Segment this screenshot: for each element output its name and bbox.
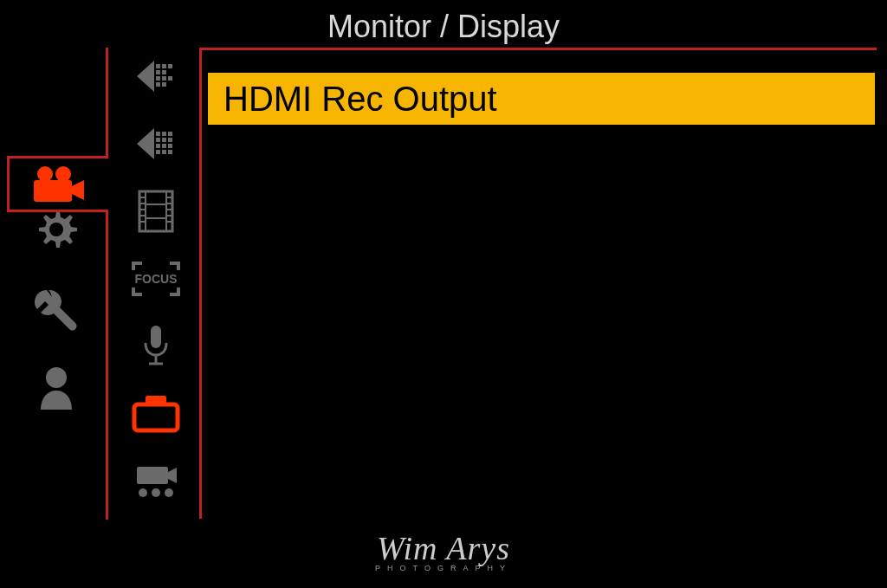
back-arrow-dots-icon: [133, 57, 178, 95]
svg-rect-9: [162, 70, 166, 74]
sub-sidebar: FOCUS: [121, 52, 191, 505]
back-arrow-solid-icon: [133, 125, 178, 163]
sub-item-back-solid[interactable]: [130, 120, 182, 167]
frame-connector: [106, 210, 108, 520]
sub-item-camera-monitor[interactable]: [130, 390, 182, 437]
svg-rect-15: [156, 132, 160, 136]
video-camera-icon: [30, 165, 87, 204]
camera-dots-icon: [132, 463, 180, 500]
svg-rect-26: [168, 150, 172, 154]
sidebar-tab-video[interactable]: [7, 156, 108, 212]
svg-rect-14: [162, 82, 166, 87]
menu-item-label: HDMI Rec Output: [223, 80, 497, 119]
svg-point-0: [37, 166, 53, 182]
svg-rect-12: [168, 76, 172, 81]
svg-rect-23: [168, 144, 172, 148]
svg-rect-22: [162, 144, 166, 148]
wrench-icon: [31, 285, 81, 335]
sub-item-film[interactable]: [130, 187, 182, 235]
svg-rect-2: [34, 180, 72, 202]
svg-rect-16: [162, 132, 166, 136]
svg-point-50: [152, 488, 160, 497]
svg-rect-46: [134, 404, 178, 430]
gear-icon: [32, 208, 81, 256]
focus-bracket-icon: FOCUS: [130, 260, 182, 298]
frame-connector: [106, 48, 108, 158]
page-title: Monitor / Display: [0, 9, 887, 45]
svg-rect-24: [156, 150, 160, 154]
svg-point-51: [165, 488, 173, 497]
sub-item-focus[interactable]: FOCUS: [130, 255, 182, 302]
svg-text:FOCUS: FOCUS: [135, 272, 178, 286]
svg-rect-21: [156, 144, 160, 148]
user-icon: [35, 365, 78, 411]
svg-rect-5: [156, 64, 160, 68]
svg-rect-7: [168, 64, 172, 68]
camera-monitor-icon: [131, 394, 181, 434]
sidebar-item-wrench[interactable]: [26, 286, 87, 333]
svg-rect-18: [156, 138, 160, 142]
film-strip-icon: [136, 190, 176, 233]
svg-point-4: [46, 367, 67, 388]
sub-item-microphone[interactable]: [130, 322, 182, 370]
svg-rect-19: [162, 138, 166, 142]
svg-point-3: [49, 223, 63, 236]
svg-rect-48: [137, 467, 168, 484]
svg-rect-6: [162, 64, 166, 68]
watermark: Wim Arys PHOTOGRAPHY: [375, 529, 512, 572]
svg-rect-17: [168, 132, 172, 136]
svg-point-1: [55, 166, 71, 182]
sub-item-camera-dots[interactable]: [130, 457, 182, 505]
microphone-icon: [140, 324, 172, 369]
svg-point-49: [139, 488, 147, 497]
svg-rect-11: [162, 76, 166, 81]
svg-rect-13: [156, 82, 160, 87]
sidebar-item-settings[interactable]: [26, 208, 87, 255]
svg-rect-47: [146, 396, 166, 404]
svg-rect-43: [151, 326, 161, 348]
sub-item-back-dots[interactable]: [130, 52, 182, 100]
svg-rect-25: [162, 150, 166, 154]
svg-rect-8: [156, 70, 160, 74]
svg-rect-10: [156, 76, 160, 81]
menu-item-hdmi-rec[interactable]: HDMI Rec Output: [208, 73, 875, 125]
sidebar-item-user[interactable]: [26, 364, 87, 411]
svg-rect-20: [168, 138, 172, 142]
